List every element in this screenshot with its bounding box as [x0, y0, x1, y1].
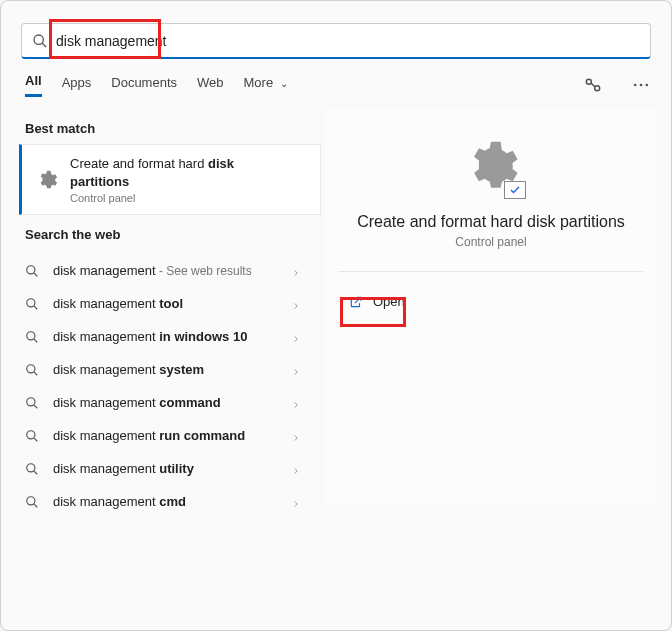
preview-subtitle: Control panel — [455, 235, 526, 249]
svg-line-10 — [34, 306, 37, 309]
content-area: Best match Create and format hard disk p… — [1, 109, 671, 518]
svg-point-4 — [634, 84, 637, 87]
tab-more[interactable]: More ⌄ — [244, 75, 288, 96]
chevron-right-icon — [291, 497, 301, 507]
divider — [339, 271, 643, 272]
open-external-icon — [349, 295, 363, 309]
open-action[interactable]: Open — [339, 286, 415, 317]
filter-tabs: All Apps Documents Web More ⌄ — [25, 73, 651, 97]
svg-point-15 — [27, 397, 35, 405]
svg-line-12 — [34, 339, 37, 342]
best-match-subtitle: Control panel — [70, 192, 234, 204]
search-icon — [25, 330, 39, 344]
web-result-0[interactable]: disk management - See web results — [5, 254, 321, 287]
chevron-right-icon — [291, 365, 301, 375]
best-match-title: Create and format hard disk partitions — [70, 155, 234, 190]
svg-point-11 — [27, 331, 35, 339]
svg-line-20 — [34, 471, 37, 474]
chevron-right-icon — [291, 398, 301, 408]
svg-point-7 — [27, 265, 35, 273]
web-result-text: disk management cmd — [53, 494, 291, 509]
search-icon — [25, 297, 39, 311]
search-icon — [25, 264, 39, 278]
connector-icon[interactable] — [583, 75, 603, 95]
search-icon — [25, 495, 39, 509]
preview-title: Create and format hard disk partitions — [357, 213, 625, 231]
web-results-list: disk management - See web resultsdisk ma… — [5, 254, 321, 518]
web-result-2[interactable]: disk management in windows 10 — [5, 320, 321, 353]
search-bar[interactable] — [21, 23, 651, 59]
tab-apps[interactable]: Apps — [62, 75, 92, 96]
search-icon — [32, 33, 48, 49]
svg-line-8 — [34, 273, 37, 276]
chevron-right-icon — [291, 332, 301, 342]
web-result-text: disk management in windows 10 — [53, 329, 291, 344]
chevron-right-icon — [291, 464, 301, 474]
open-label: Open — [373, 294, 405, 309]
web-result-7[interactable]: disk management cmd — [5, 485, 321, 518]
best-match-result[interactable]: Create and format hard disk partitions C… — [19, 144, 321, 215]
web-result-5[interactable]: disk management run command — [5, 419, 321, 452]
svg-point-0 — [34, 35, 43, 44]
svg-point-19 — [27, 463, 35, 471]
svg-point-13 — [27, 364, 35, 372]
tab-web[interactable]: Web — [197, 75, 224, 96]
tab-all[interactable]: All — [25, 73, 42, 97]
svg-line-16 — [34, 405, 37, 408]
chevron-right-icon — [291, 431, 301, 441]
web-result-text: disk management tool — [53, 296, 291, 311]
search-icon — [25, 363, 39, 377]
svg-line-14 — [34, 372, 37, 375]
preview-gear-icon — [462, 137, 520, 195]
web-result-3[interactable]: disk management system — [5, 353, 321, 386]
tab-more-label: More — [244, 75, 274, 90]
svg-line-1 — [42, 43, 46, 47]
svg-point-9 — [27, 298, 35, 306]
web-result-text: disk management utility — [53, 461, 291, 476]
gear-icon — [36, 169, 58, 191]
tab-documents[interactable]: Documents — [111, 75, 177, 96]
search-icon — [25, 396, 39, 410]
best-match-text: Create and format hard disk partitions C… — [70, 155, 234, 204]
web-result-4[interactable]: disk management command — [5, 386, 321, 419]
chevron-right-icon — [291, 299, 301, 309]
search-icon — [25, 462, 39, 476]
results-panel: Best match Create and format hard disk p… — [1, 109, 321, 518]
web-result-text: disk management system — [53, 362, 291, 377]
web-result-text: disk management - See web results — [53, 263, 291, 278]
search-icon — [25, 429, 39, 443]
web-result-text: disk management command — [53, 395, 291, 410]
preview-panel: Create and format hard disk partitions C… — [325, 109, 657, 504]
svg-point-21 — [27, 496, 35, 504]
best-match-header: Best match — [5, 109, 321, 144]
svg-line-18 — [34, 438, 37, 441]
svg-point-17 — [27, 430, 35, 438]
more-options-icon[interactable] — [631, 75, 651, 95]
svg-point-5 — [640, 84, 643, 87]
web-result-1[interactable]: disk management tool — [5, 287, 321, 320]
chevron-down-icon: ⌄ — [280, 78, 288, 89]
chevron-right-icon — [291, 266, 301, 276]
preview-actions: Open — [339, 286, 643, 317]
start-search-window: All Apps Documents Web More ⌄ Best match — [0, 0, 672, 631]
svg-point-6 — [646, 84, 649, 87]
web-search-header: Search the web — [5, 215, 321, 250]
web-result-6[interactable]: disk management utility — [5, 452, 321, 485]
search-input[interactable] — [56, 33, 640, 49]
svg-line-22 — [34, 504, 37, 507]
web-result-text: disk management run command — [53, 428, 291, 443]
checkmark-badge-icon — [504, 181, 526, 199]
